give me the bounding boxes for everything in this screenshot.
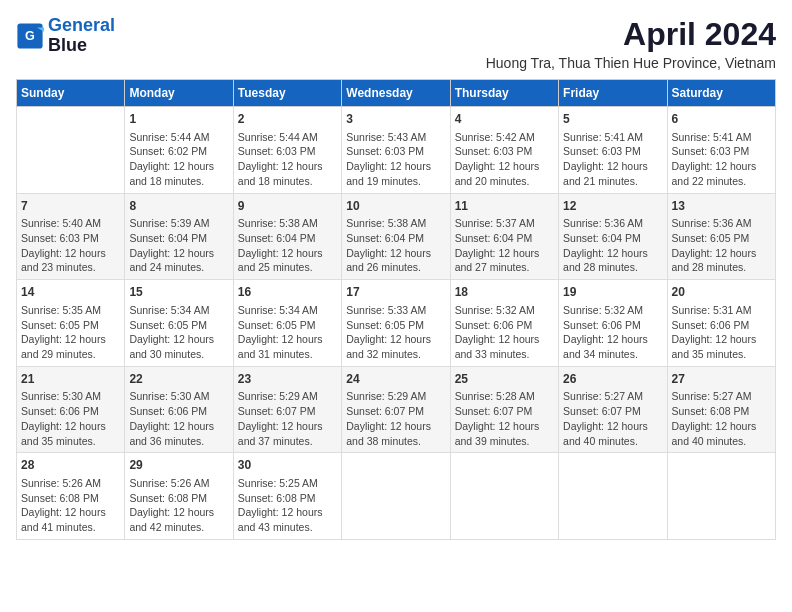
day-number: 12 [563,198,662,215]
weekday-header: Saturday [667,80,775,107]
cell-content: Sunrise: 5:36 AMSunset: 6:05 PMDaylight:… [672,216,771,275]
cell-line: Sunset: 6:04 PM [129,231,228,246]
calendar-cell: 13Sunrise: 5:36 AMSunset: 6:05 PMDayligh… [667,193,775,280]
cell-line: Sunrise: 5:37 AM [455,216,554,231]
cell-line: Daylight: 12 hours [129,419,228,434]
cell-line: Daylight: 12 hours [129,505,228,520]
calendar-subtitle: Huong Tra, Thua Thien Hue Province, Viet… [486,55,776,71]
cell-line: Sunrise: 5:35 AM [21,303,120,318]
cell-line: Sunset: 6:06 PM [21,404,120,419]
cell-line: and 24 minutes. [129,260,228,275]
title-block: April 2024 Huong Tra, Thua Thien Hue Pro… [486,16,776,71]
cell-line: Daylight: 12 hours [346,159,445,174]
cell-content: Sunrise: 5:26 AMSunset: 6:08 PMDaylight:… [21,476,120,535]
cell-line: and 35 minutes. [672,347,771,362]
cell-content: Sunrise: 5:41 AMSunset: 6:03 PMDaylight:… [563,130,662,189]
cell-line: Daylight: 12 hours [455,332,554,347]
cell-line: Sunset: 6:05 PM [238,318,337,333]
day-number: 17 [346,284,445,301]
cell-content: Sunrise: 5:40 AMSunset: 6:03 PMDaylight:… [21,216,120,275]
day-number: 22 [129,371,228,388]
calendar-cell: 21Sunrise: 5:30 AMSunset: 6:06 PMDayligh… [17,366,125,453]
cell-line: and 37 minutes. [238,434,337,449]
calendar-cell: 16Sunrise: 5:34 AMSunset: 6:05 PMDayligh… [233,280,341,367]
calendar-cell: 12Sunrise: 5:36 AMSunset: 6:04 PMDayligh… [559,193,667,280]
cell-content: Sunrise: 5:27 AMSunset: 6:08 PMDaylight:… [672,389,771,448]
cell-line: and 29 minutes. [21,347,120,362]
cell-content: Sunrise: 5:44 AMSunset: 6:02 PMDaylight:… [129,130,228,189]
cell-line: Sunset: 6:07 PM [563,404,662,419]
calendar-cell: 17Sunrise: 5:33 AMSunset: 6:05 PMDayligh… [342,280,450,367]
calendar-week-row: 14Sunrise: 5:35 AMSunset: 6:05 PMDayligh… [17,280,776,367]
cell-line: Daylight: 12 hours [238,505,337,520]
cell-line: and 20 minutes. [455,174,554,189]
day-number: 25 [455,371,554,388]
cell-line: Daylight: 12 hours [455,246,554,261]
cell-content: Sunrise: 5:32 AMSunset: 6:06 PMDaylight:… [455,303,554,362]
cell-line: Sunrise: 5:44 AM [238,130,337,145]
cell-line: Sunrise: 5:27 AM [563,389,662,404]
cell-content: Sunrise: 5:33 AMSunset: 6:05 PMDaylight:… [346,303,445,362]
day-number: 3 [346,111,445,128]
cell-line: Daylight: 12 hours [672,332,771,347]
day-number: 19 [563,284,662,301]
cell-content: Sunrise: 5:26 AMSunset: 6:08 PMDaylight:… [129,476,228,535]
cell-line: Sunrise: 5:25 AM [238,476,337,491]
cell-line: and 23 minutes. [21,260,120,275]
cell-content: Sunrise: 5:43 AMSunset: 6:03 PMDaylight:… [346,130,445,189]
calendar-week-row: 21Sunrise: 5:30 AMSunset: 6:06 PMDayligh… [17,366,776,453]
cell-line: and 43 minutes. [238,520,337,535]
day-number: 6 [672,111,771,128]
logo-icon: G [16,22,44,50]
cell-line: Sunrise: 5:34 AM [238,303,337,318]
cell-line: and 38 minutes. [346,434,445,449]
cell-content: Sunrise: 5:32 AMSunset: 6:06 PMDaylight:… [563,303,662,362]
day-number: 4 [455,111,554,128]
cell-line: Daylight: 12 hours [346,419,445,434]
cell-line: Sunrise: 5:40 AM [21,216,120,231]
calendar-cell: 29Sunrise: 5:26 AMSunset: 6:08 PMDayligh… [125,453,233,540]
calendar-cell: 23Sunrise: 5:29 AMSunset: 6:07 PMDayligh… [233,366,341,453]
cell-content: Sunrise: 5:44 AMSunset: 6:03 PMDaylight:… [238,130,337,189]
cell-content: Sunrise: 5:36 AMSunset: 6:04 PMDaylight:… [563,216,662,275]
cell-line: and 36 minutes. [129,434,228,449]
day-number: 8 [129,198,228,215]
cell-line: Daylight: 12 hours [238,419,337,434]
day-number: 9 [238,198,337,215]
cell-line: Daylight: 12 hours [672,159,771,174]
calendar-cell: 4Sunrise: 5:42 AMSunset: 6:03 PMDaylight… [450,107,558,194]
cell-line: Daylight: 12 hours [21,332,120,347]
day-number: 29 [129,457,228,474]
calendar-cell: 26Sunrise: 5:27 AMSunset: 6:07 PMDayligh… [559,366,667,453]
cell-line: Sunset: 6:03 PM [563,144,662,159]
cell-line: Sunrise: 5:41 AM [672,130,771,145]
cell-line: and 39 minutes. [455,434,554,449]
cell-content: Sunrise: 5:35 AMSunset: 6:05 PMDaylight:… [21,303,120,362]
calendar-cell [17,107,125,194]
cell-line: Sunset: 6:07 PM [455,404,554,419]
cell-line: Sunset: 6:05 PM [21,318,120,333]
calendar-cell: 7Sunrise: 5:40 AMSunset: 6:03 PMDaylight… [17,193,125,280]
day-number: 24 [346,371,445,388]
calendar-cell: 5Sunrise: 5:41 AMSunset: 6:03 PMDaylight… [559,107,667,194]
weekday-header: Wednesday [342,80,450,107]
cell-line: Sunset: 6:04 PM [238,231,337,246]
calendar-cell [559,453,667,540]
cell-line: Sunrise: 5:26 AM [21,476,120,491]
day-number: 10 [346,198,445,215]
cell-line: Sunset: 6:03 PM [672,144,771,159]
calendar-cell: 25Sunrise: 5:28 AMSunset: 6:07 PMDayligh… [450,366,558,453]
cell-line: Daylight: 12 hours [129,246,228,261]
cell-content: Sunrise: 5:30 AMSunset: 6:06 PMDaylight:… [21,389,120,448]
cell-line: Sunset: 6:07 PM [238,404,337,419]
calendar-cell: 24Sunrise: 5:29 AMSunset: 6:07 PMDayligh… [342,366,450,453]
cell-content: Sunrise: 5:29 AMSunset: 6:07 PMDaylight:… [238,389,337,448]
day-number: 21 [21,371,120,388]
day-number: 28 [21,457,120,474]
calendar-cell: 9Sunrise: 5:38 AMSunset: 6:04 PMDaylight… [233,193,341,280]
cell-line: Sunrise: 5:34 AM [129,303,228,318]
cell-line: Sunrise: 5:32 AM [455,303,554,318]
cell-content: Sunrise: 5:39 AMSunset: 6:04 PMDaylight:… [129,216,228,275]
calendar-cell: 2Sunrise: 5:44 AMSunset: 6:03 PMDaylight… [233,107,341,194]
cell-line: Daylight: 12 hours [563,246,662,261]
